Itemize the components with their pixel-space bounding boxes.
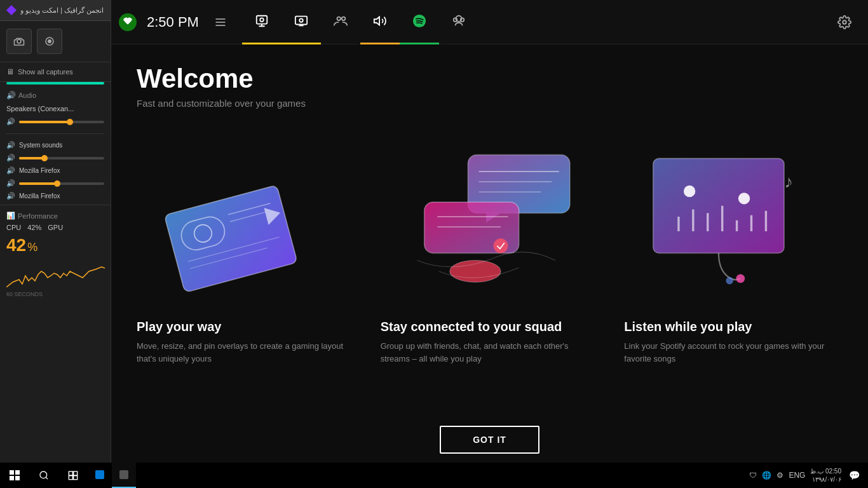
sidebar-header: انجمن گرافیک | امکت ویدیو و: [0, 0, 111, 21]
svg-rect-19: [164, 185, 297, 292]
monitor-icon: 🖥: [6, 67, 14, 76]
start-button[interactable]: [0, 463, 29, 488]
svg-rect-59: [69, 471, 72, 475]
cpu-sparkline: [6, 255, 105, 287]
svg-rect-61: [69, 476, 72, 480]
feature1-illustration: [137, 121, 355, 312]
got-it-container: GOT IT: [137, 416, 843, 469]
taskbar: 🛡 🌐 ⚙ ENG 02:50 ب.ظ ۱۳۹۸/۰۷/۰۶ 💬: [0, 463, 868, 488]
system-volume-slider[interactable]: [19, 157, 104, 159]
feature1-title: Play your way: [137, 318, 355, 335]
svg-point-10: [299, 18, 303, 22]
firefox1-vol-icon2: 🔊: [6, 179, 15, 187]
svg-point-58: [40, 471, 47, 478]
got-it-button[interactable]: GOT IT: [440, 426, 539, 454]
taskbar-app-2[interactable]: [112, 463, 136, 488]
svg-point-52: [736, 274, 745, 283]
nav-spotify-button[interactable]: [400, 0, 439, 44]
firefox1-label: Mozilla Firefox: [19, 167, 104, 174]
screenshot-button[interactable]: [6, 29, 32, 54]
show-captures-label: Show all captures: [18, 68, 73, 76]
svg-rect-7: [257, 16, 268, 24]
sixty-seconds-label: 60 SECONDS: [6, 291, 104, 297]
gpu-label: GPU: [48, 224, 63, 231]
svg-point-8: [260, 18, 264, 22]
brand-icon: [6, 5, 17, 15]
firefox1-volume-row: 🔊: [0, 177, 111, 190]
perf-metrics: CPU 42% GPU: [6, 224, 104, 231]
sidebar-brand-text: انجمن گرافیک | امکت ویدیو و: [20, 6, 104, 15]
svg-point-18: [843, 20, 846, 24]
sidebar: انجمن گرافیک | امکت ویدیو و 🖥 Show all c…: [0, 0, 111, 488]
notification-button[interactable]: 💬: [846, 463, 862, 488]
svg-rect-57: [15, 476, 20, 480]
svg-text:♪: ♪: [784, 172, 793, 191]
time-display: 2:50 PM: [147, 14, 199, 30]
hamburger-menu-button[interactable]: [209, 11, 232, 34]
top-nav: 2:50 PM: [111, 0, 868, 44]
system-vol-icon2: 🔊: [6, 154, 15, 162]
task-view-button[interactable]: [58, 463, 88, 488]
svg-point-42: [684, 186, 695, 197]
feature-stay-connected: Stay connected to your squad Group up wi…: [381, 121, 599, 416]
divider1: [6, 133, 104, 134]
svg-rect-60: [74, 471, 78, 475]
cpu-pct-sign: %: [27, 241, 37, 254]
taskbar-time: 02:50 ب.ظ ۱۳۹۸/۰۷/۰۶: [810, 467, 841, 484]
taskbar-app-1[interactable]: [88, 463, 112, 488]
main-content: 2:50 PM: [111, 0, 868, 488]
welcome-title: Welcome: [137, 64, 843, 94]
vpn-tray-icon: 🛡: [749, 471, 757, 480]
nav-capture-button[interactable]: [242, 0, 281, 44]
svg-point-53: [726, 277, 733, 284]
svg-point-11: [337, 17, 341, 20]
feature2-title: Stay connected to your squad: [381, 318, 599, 335]
system-vol-icon: 🔊: [6, 141, 15, 149]
network-tray-icon: 🌐: [762, 471, 771, 480]
performance-section: 📊 Performance CPU 42% GPU 42 % 60 SECOND…: [0, 205, 111, 300]
capture-buttons: [0, 21, 111, 62]
welcome-area: Welcome Fast and customizable over your …: [111, 44, 868, 488]
cpu-label: CPU: [6, 224, 21, 231]
cpu-value: 42%: [27, 224, 41, 231]
firefox2-vol-icon: 🔊: [6, 192, 15, 200]
firefox1-vol-icon: 🔊: [6, 166, 15, 175]
feature-listen: ♪ Listen while you play Link your Spotif…: [624, 121, 843, 416]
show-all-captures[interactable]: 🖥 Show all captures: [0, 62, 111, 82]
feature3-desc: Link your Spotify account to rock your g…: [624, 340, 843, 365]
svg-point-12: [342, 17, 346, 20]
feature1-desc: Move, resize, and pin overlays to create…: [137, 340, 355, 365]
search-button[interactable]: [29, 463, 58, 488]
svg-point-0: [17, 39, 21, 43]
nav-achievements-button[interactable]: [439, 0, 478, 44]
feature-play-your-way: Play your way Move, resize, and pin over…: [137, 121, 355, 416]
performance-icon: 📊: [6, 212, 15, 220]
feature2-desc: Group up with friends, chat, and watch e…: [381, 340, 599, 365]
firefox2-label: Mozilla Firefox: [19, 193, 104, 200]
svg-point-43: [738, 193, 750, 204]
welcome-subtitle: Fast and customizable over your games: [137, 98, 843, 109]
settings-button[interactable]: [829, 0, 860, 44]
nav-social-button[interactable]: [321, 0, 360, 44]
svg-rect-40: [653, 158, 784, 253]
firefox1-slider[interactable]: [19, 182, 104, 185]
svg-rect-62: [74, 476, 78, 480]
taskbar-right: 🛡 🌐 ⚙ ENG 02:50 ب.ظ ۱۳۹۸/۰۷/۰۶ 💬: [743, 463, 868, 488]
svg-point-17: [461, 18, 465, 22]
svg-point-38: [493, 238, 508, 253]
svg-rect-54: [10, 470, 14, 475]
speaker-vol-icon: 🔊: [6, 118, 15, 126]
svg-point-16: [454, 18, 458, 22]
features-row: Play your way Move, resize, and pin over…: [137, 121, 843, 416]
nav-audio-button[interactable]: [360, 0, 400, 44]
cpu-big-number: 42: [6, 235, 26, 255]
system-volume-row: 🔊: [0, 151, 111, 165]
svg-marker-13: [374, 17, 379, 25]
record-button[interactable]: [37, 29, 62, 54]
svg-rect-9: [295, 17, 307, 25]
speaker-volume-slider[interactable]: [19, 121, 104, 123]
feature3-title: Listen while you play: [624, 318, 843, 335]
firefox1-row: 🔊 Mozilla Firefox: [0, 165, 111, 177]
nav-stream-button[interactable]: [281, 0, 321, 44]
audio-section-label: 🔊 Audio: [0, 85, 111, 102]
